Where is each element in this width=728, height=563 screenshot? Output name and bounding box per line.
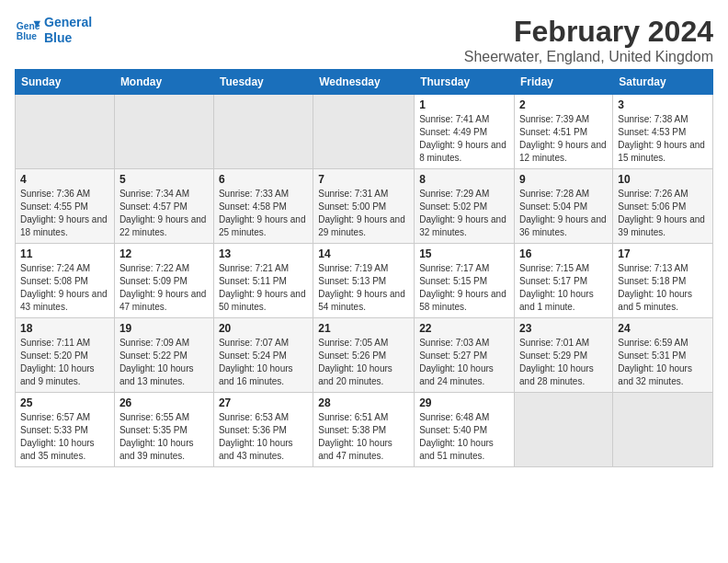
- day-info: Sunrise: 7:36 AM Sunset: 4:55 PM Dayligh…: [20, 188, 109, 239]
- calendar-cell: 19Sunrise: 7:09 AM Sunset: 5:22 PM Dayli…: [114, 318, 213, 393]
- day-number: 17: [618, 247, 708, 260]
- day-number: 7: [318, 173, 409, 186]
- day-info: Sunrise: 7:13 AM Sunset: 5:18 PM Dayligh…: [618, 262, 708, 314]
- calendar-cell: 5Sunrise: 7:34 AM Sunset: 4:57 PM Daylig…: [114, 169, 213, 244]
- day-info: Sunrise: 7:38 AM Sunset: 4:53 PM Dayligh…: [618, 113, 708, 165]
- calendar-cell: [16, 95, 115, 169]
- calendar-cell: 22Sunrise: 7:03 AM Sunset: 5:27 PM Dayli…: [415, 318, 515, 393]
- day-info: Sunrise: 7:28 AM Sunset: 5:04 PM Dayligh…: [519, 188, 608, 239]
- calendar-cell: 6Sunrise: 7:33 AM Sunset: 4:58 PM Daylig…: [213, 169, 313, 244]
- week-row-2: 4Sunrise: 7:36 AM Sunset: 4:55 PM Daylig…: [16, 169, 713, 244]
- week-row-3: 11Sunrise: 7:24 AM Sunset: 5:08 PM Dayli…: [16, 244, 713, 318]
- day-number: 3: [618, 98, 708, 111]
- calendar-cell: [213, 95, 313, 169]
- day-number: 2: [519, 98, 608, 111]
- header-cell-sunday: Sunday: [16, 70, 115, 95]
- day-number: 16: [519, 247, 608, 260]
- day-info: Sunrise: 6:55 AM Sunset: 5:35 PM Dayligh…: [119, 411, 209, 463]
- day-info: Sunrise: 7:11 AM Sunset: 5:20 PM Dayligh…: [20, 337, 109, 388]
- day-info: Sunrise: 7:41 AM Sunset: 4:49 PM Dayligh…: [419, 113, 509, 165]
- day-number: 25: [20, 396, 109, 409]
- calendar-cell: [114, 95, 213, 169]
- logo: General Blue General Blue: [15, 15, 92, 46]
- day-info: Sunrise: 7:01 AM Sunset: 5:29 PM Dayligh…: [519, 337, 608, 388]
- day-number: 23: [519, 322, 608, 335]
- day-info: Sunrise: 7:07 AM Sunset: 5:24 PM Dayligh…: [219, 337, 308, 388]
- day-info: Sunrise: 6:53 AM Sunset: 5:36 PM Dayligh…: [219, 411, 308, 463]
- calendar-cell: 16Sunrise: 7:15 AM Sunset: 5:17 PM Dayli…: [515, 244, 613, 318]
- day-number: 29: [419, 396, 509, 409]
- calendar-cell: 15Sunrise: 7:17 AM Sunset: 5:15 PM Dayli…: [415, 244, 515, 318]
- calendar-cell: 24Sunrise: 6:59 AM Sunset: 5:31 PM Dayli…: [613, 318, 713, 393]
- day-info: Sunrise: 7:21 AM Sunset: 5:11 PM Dayligh…: [219, 262, 308, 314]
- calendar-cell: 26Sunrise: 6:55 AM Sunset: 5:35 PM Dayli…: [114, 393, 213, 467]
- week-row-4: 18Sunrise: 7:11 AM Sunset: 5:20 PM Dayli…: [16, 318, 713, 393]
- header-cell-wednesday: Wednesday: [313, 70, 415, 95]
- day-info: Sunrise: 7:17 AM Sunset: 5:15 PM Dayligh…: [419, 262, 509, 314]
- day-info: Sunrise: 7:34 AM Sunset: 4:57 PM Dayligh…: [119, 188, 209, 239]
- calendar-cell: [613, 393, 713, 467]
- calendar-cell: 25Sunrise: 6:57 AM Sunset: 5:33 PM Dayli…: [16, 393, 115, 467]
- calendar-cell: 9Sunrise: 7:28 AM Sunset: 5:04 PM Daylig…: [515, 169, 613, 244]
- day-info: Sunrise: 6:51 AM Sunset: 5:38 PM Dayligh…: [318, 411, 409, 463]
- calendar-cell: 17Sunrise: 7:13 AM Sunset: 5:18 PM Dayli…: [613, 244, 713, 318]
- calendar-cell: 10Sunrise: 7:26 AM Sunset: 5:06 PM Dayli…: [613, 169, 713, 244]
- calendar-cell: 27Sunrise: 6:53 AM Sunset: 5:36 PM Dayli…: [213, 393, 313, 467]
- calendar-cell: 20Sunrise: 7:07 AM Sunset: 5:24 PM Dayli…: [213, 318, 313, 393]
- header-cell-monday: Monday: [114, 70, 213, 95]
- header-cell-friday: Friday: [515, 70, 613, 95]
- calendar-cell: 4Sunrise: 7:36 AM Sunset: 4:55 PM Daylig…: [16, 169, 115, 244]
- day-number: 1: [419, 98, 509, 111]
- day-number: 10: [618, 173, 708, 186]
- header-cell-saturday: Saturday: [613, 70, 713, 95]
- svg-text:Blue: Blue: [17, 31, 38, 41]
- day-number: 6: [219, 173, 308, 186]
- calendar-cell: 21Sunrise: 7:05 AM Sunset: 5:26 PM Dayli…: [313, 318, 415, 393]
- calendar-cell: 3Sunrise: 7:38 AM Sunset: 4:53 PM Daylig…: [613, 95, 713, 169]
- day-number: 5: [119, 173, 209, 186]
- calendar-cell: 1Sunrise: 7:41 AM Sunset: 4:49 PM Daylig…: [415, 95, 515, 169]
- calendar-cell: 13Sunrise: 7:21 AM Sunset: 5:11 PM Dayli…: [213, 244, 313, 318]
- header-cell-tuesday: Tuesday: [213, 70, 313, 95]
- header-row: SundayMondayTuesdayWednesdayThursdayFrid…: [16, 70, 713, 95]
- day-number: 8: [419, 173, 509, 186]
- calendar-cell: 14Sunrise: 7:19 AM Sunset: 5:13 PM Dayli…: [313, 244, 415, 318]
- logo-line2: Blue: [44, 30, 92, 46]
- day-number: 9: [519, 173, 608, 186]
- day-number: 28: [318, 396, 409, 409]
- calendar-cell: [515, 393, 613, 467]
- day-info: Sunrise: 6:48 AM Sunset: 5:40 PM Dayligh…: [419, 411, 509, 463]
- day-info: Sunrise: 7:22 AM Sunset: 5:09 PM Dayligh…: [119, 262, 209, 314]
- location-title: Sheerwater, England, United Kingdom: [464, 49, 713, 65]
- day-number: 4: [20, 173, 109, 186]
- day-number: 21: [318, 322, 409, 335]
- logo-line1: General: [44, 15, 92, 30]
- day-number: 13: [219, 247, 308, 260]
- calendar-cell: 18Sunrise: 7:11 AM Sunset: 5:20 PM Dayli…: [16, 318, 115, 393]
- day-number: 22: [419, 322, 509, 335]
- day-info: Sunrise: 6:57 AM Sunset: 5:33 PM Dayligh…: [20, 411, 109, 463]
- day-info: Sunrise: 7:09 AM Sunset: 5:22 PM Dayligh…: [119, 337, 209, 388]
- day-number: 26: [119, 396, 209, 409]
- day-info: Sunrise: 7:05 AM Sunset: 5:26 PM Dayligh…: [318, 337, 409, 388]
- day-info: Sunrise: 7:39 AM Sunset: 4:51 PM Dayligh…: [519, 113, 608, 165]
- calendar-cell: 28Sunrise: 6:51 AM Sunset: 5:38 PM Dayli…: [313, 393, 415, 467]
- day-info: Sunrise: 7:26 AM Sunset: 5:06 PM Dayligh…: [618, 188, 708, 239]
- day-info: Sunrise: 7:31 AM Sunset: 5:00 PM Dayligh…: [318, 188, 409, 239]
- day-info: Sunrise: 6:59 AM Sunset: 5:31 PM Dayligh…: [618, 337, 708, 388]
- day-number: 19: [119, 322, 209, 335]
- calendar-cell: 7Sunrise: 7:31 AM Sunset: 5:00 PM Daylig…: [313, 169, 415, 244]
- day-info: Sunrise: 7:19 AM Sunset: 5:13 PM Dayligh…: [318, 262, 409, 314]
- day-number: 11: [20, 247, 109, 260]
- calendar-cell: 23Sunrise: 7:01 AM Sunset: 5:29 PM Dayli…: [515, 318, 613, 393]
- logo-icon: General Blue: [15, 17, 40, 43]
- day-info: Sunrise: 7:24 AM Sunset: 5:08 PM Dayligh…: [20, 262, 109, 314]
- day-info: Sunrise: 7:15 AM Sunset: 5:17 PM Dayligh…: [519, 262, 608, 314]
- calendar-cell: [313, 95, 415, 169]
- month-title: February 2024: [464, 15, 713, 49]
- day-number: 15: [419, 247, 509, 260]
- day-number: 20: [219, 322, 308, 335]
- calendar-cell: 2Sunrise: 7:39 AM Sunset: 4:51 PM Daylig…: [515, 95, 613, 169]
- page-header: General Blue General Blue February 2024 …: [15, 15, 713, 65]
- day-info: Sunrise: 7:03 AM Sunset: 5:27 PM Dayligh…: [419, 337, 509, 388]
